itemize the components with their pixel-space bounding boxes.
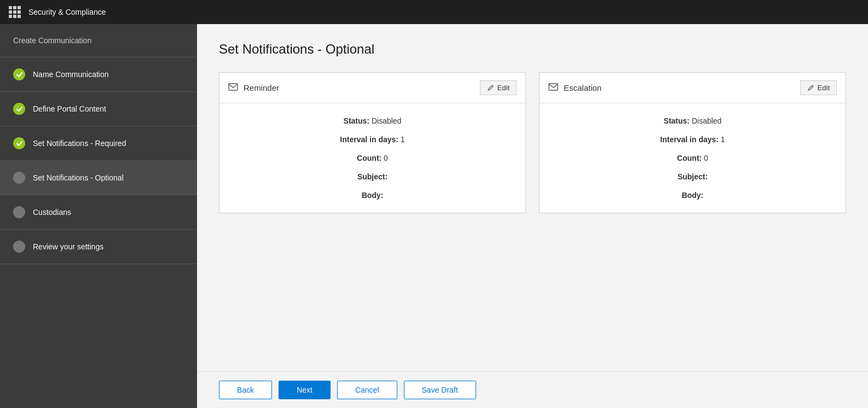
svg-rect-1 [549,84,558,90]
sidebar-item-set-notifications-optional[interactable]: Set Notifications - Optional [0,161,197,195]
sidebar-item-review-settings[interactable]: Review your settings [0,230,197,264]
sidebar-item-name-communication[interactable]: Name Communication [0,57,197,92]
footer: Back Next Cancel Save Draft [197,371,868,408]
reminder-count-row: Count: 0 [237,154,508,162]
sidebar: Create Communication Name Communication … [0,24,197,408]
escalation-subject-row: Subject: [557,172,828,181]
reminder-title: Reminder [244,83,279,92]
apps-icon[interactable] [9,6,21,18]
escalation-card: Escalation Edit Status: Disabled [539,72,846,213]
reminder-status-row: Status: Disabled [237,116,508,125]
step-icon-active [13,172,25,184]
reminder-card-title-group: Reminder [228,83,279,92]
sidebar-item-label-review-settings: Review your settings [33,242,103,251]
edit-pencil-icon [487,84,494,91]
reminder-card: Reminder Edit Status: Disabled [219,72,526,213]
app-title: Security & Compliance [28,8,106,16]
sidebar-item-custodians[interactable]: Custodians [0,195,197,230]
save-draft-button[interactable]: Save Draft [404,381,476,399]
escalation-card-title-group: Escalation [548,83,601,92]
reminder-interval-row: Interval in days: 1 [237,135,508,144]
content-area: Set Notifications - Optional Remi [197,24,868,408]
step-icon-completed-2 [13,103,25,115]
topbar: Security & Compliance [0,0,868,24]
reminder-subject-row: Subject: [237,172,508,181]
content-body: Set Notifications - Optional Remi [197,24,868,371]
sidebar-item-define-portal-content[interactable]: Define Portal Content [0,92,197,126]
reminder-edit-button[interactable]: Edit [480,80,517,95]
main-layout: Create Communication Name Communication … [0,24,868,408]
reminder-mail-icon [228,83,238,92]
next-button[interactable]: Next [279,381,331,399]
escalation-count-row: Count: 0 [557,154,828,162]
reminder-card-body: Status: Disabled Interval in days: 1 Cou… [219,103,525,213]
step-icon-completed-3 [13,137,25,149]
step-icon-pending-1 [13,206,25,218]
sidebar-item-label-set-notifications-required: Set Notifications - Required [33,139,126,148]
reminder-card-header: Reminder Edit [219,73,525,103]
escalation-title: Escalation [564,83,601,92]
escalation-status-row: Status: Disabled [557,116,828,125]
step-icon-completed [13,68,25,80]
page-title: Set Notifications - Optional [219,42,846,57]
cards-row: Reminder Edit Status: Disabled [219,72,846,213]
sidebar-item-set-notifications-required[interactable]: Set Notifications - Required [0,126,197,161]
back-button[interactable]: Back [219,381,272,399]
escalation-mail-icon [548,83,558,92]
escalation-edit-pencil-icon [807,84,814,91]
escalation-body-row: Body: [557,191,828,200]
reminder-body-row: Body: [237,191,508,200]
sidebar-item-label-define-portal: Define Portal Content [33,104,106,113]
escalation-card-header: Escalation Edit [540,73,846,103]
escalation-card-body: Status: Disabled Interval in days: 1 Cou… [540,103,846,213]
sidebar-item-label-set-notifications-optional: Set Notifications - Optional [33,173,124,182]
svg-rect-0 [229,84,238,90]
sidebar-item-label-name-communication: Name Communication [33,70,109,79]
escalation-interval-row: Interval in days: 1 [557,135,828,144]
sidebar-header: Create Communication [0,24,197,57]
step-icon-pending-2 [13,241,25,253]
sidebar-item-label-custodians: Custodians [33,208,71,217]
escalation-edit-button[interactable]: Edit [800,80,837,95]
cancel-button[interactable]: Cancel [337,381,397,399]
